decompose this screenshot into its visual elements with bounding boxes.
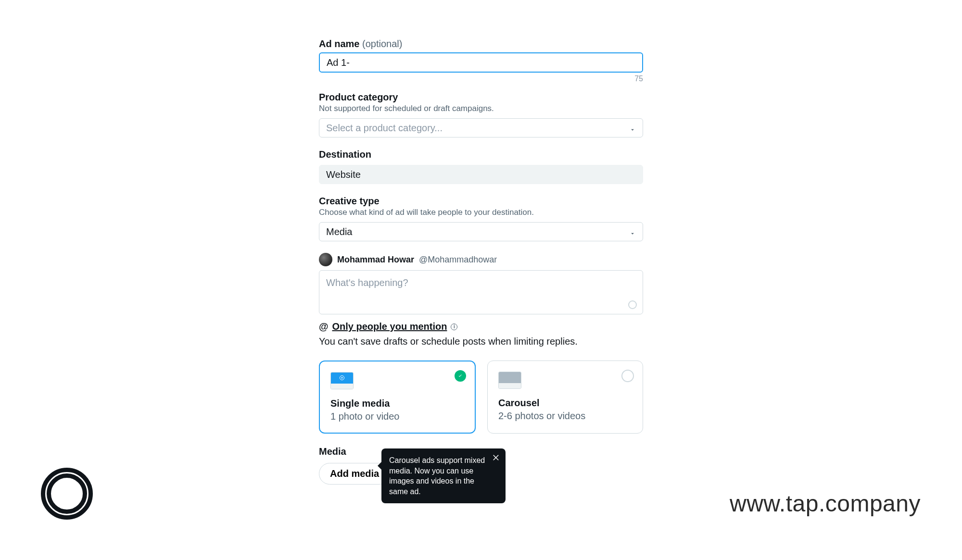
adname-label: Ad name (optional) <box>319 38 643 50</box>
creative-label: Creative type <box>319 196 643 207</box>
single-media-icon <box>330 372 354 389</box>
adname-input[interactable] <box>319 52 643 73</box>
creative-helper: Choose what kind of ad will take people … <box>319 208 643 217</box>
info-icon[interactable]: i <box>451 324 457 330</box>
product-helper: Not supported for scheduled or draft cam… <box>319 104 643 113</box>
product-placeholder: Select a product category... <box>326 123 443 134</box>
close-icon[interactable] <box>492 453 501 462</box>
radio-unchecked-icon <box>621 370 634 382</box>
card-desc: 1 photo or video <box>330 411 464 422</box>
avatar <box>319 253 332 266</box>
destination-select[interactable]: Website <box>319 165 643 184</box>
user-handle: @Mohammadhowar <box>419 255 497 265</box>
user-name: Mohammad Howar <box>337 255 414 265</box>
footer-url: www.tap.company <box>730 490 921 517</box>
product-label: Product category <box>319 92 643 103</box>
card-title: Carousel <box>498 398 632 409</box>
card-desc: 2-6 photos or videos <box>498 411 632 422</box>
media-option-carousel[interactable]: Carousel 2-6 photos or videos <box>487 361 643 434</box>
chevron-down-icon <box>629 124 636 131</box>
creative-value: Media <box>326 226 352 237</box>
adname-counter: 75 <box>319 75 643 83</box>
destination-label: Destination <box>319 149 643 160</box>
check-icon <box>455 370 466 382</box>
mention-icon: @ <box>319 321 329 332</box>
user-row: Mohammad Howar @Mohammadhowar <box>319 253 643 266</box>
composer-input[interactable]: What's happening? <box>319 270 643 314</box>
media-option-single[interactable]: Single media 1 photo or video <box>319 361 476 434</box>
chevron-down-icon <box>629 228 636 235</box>
composer-placeholder: What's happening? <box>326 277 408 288</box>
char-count-icon <box>628 300 637 309</box>
carousel-media-icon <box>498 372 521 389</box>
card-title: Single media <box>330 398 464 409</box>
brand-logo-icon <box>41 468 93 520</box>
creative-select[interactable]: Media <box>319 222 643 241</box>
destination-value: Website <box>326 169 361 180</box>
mixed-media-tooltip: Carousel ads support mixed media. Now yo… <box>381 448 506 503</box>
product-select[interactable]: Select a product category... <box>319 118 643 137</box>
reply-settings-link[interactable]: Only people you mention <box>332 321 447 332</box>
reply-settings-note: You can't save drafts or schedule posts … <box>319 336 643 347</box>
